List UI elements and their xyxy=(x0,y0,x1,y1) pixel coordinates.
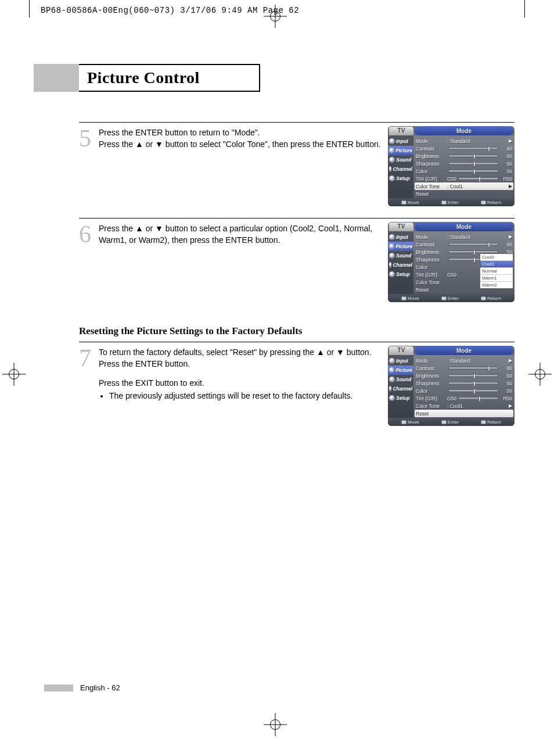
osd-slider xyxy=(448,162,498,165)
updown-icon xyxy=(401,420,406,424)
osd-row-label: Color xyxy=(416,388,447,394)
osd-sidebar-icon xyxy=(389,157,395,163)
osd-sidebar-icon xyxy=(389,253,395,259)
step-number: 5 xyxy=(79,126,99,206)
updown-icon xyxy=(401,200,406,205)
osd-header: TV Mode xyxy=(388,126,515,135)
page-footer: English - 62 xyxy=(44,683,120,692)
osd-menu-row: Mode : Standard ▶ xyxy=(416,233,512,241)
osd-dropdown-option: Cool1 xyxy=(480,261,513,268)
osd-header: TV Mode xyxy=(388,346,515,355)
osd-row-value: : Cool1 xyxy=(447,403,463,409)
return-icon xyxy=(481,296,486,300)
osd-sidebar-label: Setup xyxy=(396,395,410,401)
osd-title: Mode xyxy=(415,223,513,231)
osd-footer-hints: Move Enter Return xyxy=(388,418,515,426)
osd-row-value: : Standard xyxy=(447,358,470,364)
osd-row-value: 50 xyxy=(499,381,512,386)
osd-tv-tab: TV xyxy=(389,127,413,135)
osd-menu-row: Contrast 80 xyxy=(416,241,512,248)
osd-sidebar: InputPictureSoundChannelSetup xyxy=(388,231,413,294)
osd-sidebar-icon xyxy=(389,367,394,373)
osd-sidebar-label: Channel xyxy=(393,262,412,268)
osd-row-label: Contrast xyxy=(416,146,447,152)
osd-row-label: Color Tone xyxy=(416,403,447,409)
osd-title: Mode xyxy=(415,346,513,355)
osd-slider xyxy=(448,382,498,385)
arrow-right-icon: ▶ xyxy=(509,234,512,239)
osd-row-value: 50 xyxy=(499,388,512,394)
step-6: 6 Press the ▲ or ▼ button to select a pa… xyxy=(79,218,515,302)
osd-sidebar-item: Setup xyxy=(388,174,413,183)
step-text-para-1: To return the factory defaults, select "… xyxy=(99,347,382,370)
osd-row-value: : Standard xyxy=(447,234,470,240)
osd-menu-row: Color 50 xyxy=(416,387,512,395)
osd-sidebar-label: Setup xyxy=(396,271,410,277)
osd-row-value: : Cool1 xyxy=(447,184,463,189)
osd-main-panel: Mode : Standard ▶ Contrast 80 Brightness… xyxy=(413,135,515,198)
osd-row-label: Reset xyxy=(416,287,447,293)
arrow-right-icon: ▶ xyxy=(509,403,512,409)
osd-menu-row: Mode : Standard ▶ xyxy=(416,357,512,364)
osd-slider xyxy=(458,397,498,400)
updown-icon xyxy=(401,296,406,300)
osd-sidebar-label: Input xyxy=(396,138,408,144)
osd-footer-hints: Move Enter Return xyxy=(388,198,515,206)
osd-sidebar-label: Sound xyxy=(396,377,411,382)
osd-screenshot-5: TV Mode InputPictureSoundChannelSetup Mo… xyxy=(388,126,515,206)
osd-menu-row: Contrast 80 xyxy=(416,364,512,372)
osd-row-label: Mode xyxy=(416,358,447,364)
osd-sidebar: InputPictureSoundChannelSetup xyxy=(388,355,413,418)
osd-screenshot-6: TV Mode InputPictureSoundChannelSetup Mo… xyxy=(388,222,515,302)
crop-mark xyxy=(29,0,30,17)
osd-sidebar-item: Picture xyxy=(388,366,413,375)
osd-menu-row: Brightness 50 xyxy=(416,152,512,160)
osd-row-label: Brightness xyxy=(416,153,447,159)
osd-sidebar-label: Channel xyxy=(393,386,412,392)
step-number: 6 xyxy=(79,222,99,302)
osd-sidebar-label: Channel xyxy=(393,166,412,172)
enter-icon xyxy=(441,420,447,424)
osd-main-panel: Mode : Standard ▶ Contrast 80 Brightness… xyxy=(413,231,515,294)
osd-sidebar-item: Picture xyxy=(388,146,413,155)
osd-menu-row: Reset xyxy=(416,190,512,198)
osd-menu-row: Contrast 80 xyxy=(416,145,512,152)
osd-menu-row: Color 50 xyxy=(416,167,512,175)
registration-mark-icon xyxy=(532,366,548,382)
page-number: English - 62 xyxy=(80,683,120,692)
osd-row-value: : Standard xyxy=(447,138,470,144)
osd-dropdown-option: Cool2 xyxy=(480,254,513,261)
osd-sidebar-icon xyxy=(389,395,395,401)
step-text: Press the ▲ or ▼ button to select a part… xyxy=(99,222,388,302)
step-7: 7 To return the factory defaults, select… xyxy=(79,342,515,426)
osd-menu-row: Reset xyxy=(415,410,513,417)
osd-row-label: Tint (G/R) xyxy=(416,176,447,182)
osd-row-label: Color Tone xyxy=(416,280,447,285)
osd-row-label: Reset xyxy=(416,411,447,417)
osd-slider xyxy=(458,177,498,180)
osd-slider xyxy=(448,243,498,246)
osd-hint-enter: Enter xyxy=(441,296,459,301)
osd-menu-row: Sharpness 50 xyxy=(416,160,512,167)
osd-sidebar-item: Channel xyxy=(388,260,413,270)
osd-hint-return: Return xyxy=(481,200,501,205)
osd-hint-move: Move xyxy=(401,200,419,205)
osd-sidebar-label: Setup xyxy=(396,175,410,181)
osd-row-label: Mode xyxy=(416,138,447,144)
osd-row-label: Mode xyxy=(416,234,447,240)
osd-row-value: 80 xyxy=(499,242,512,248)
title-decoration xyxy=(34,64,79,92)
osd-row-value: 50 xyxy=(499,169,512,174)
step-bullet: The previously adjusted settings will be… xyxy=(109,390,382,402)
osd-sidebar-label: Sound xyxy=(396,253,411,259)
osd-sidebar-icon xyxy=(389,138,395,144)
step-text: Press the ENTER button to return to "Mod… xyxy=(99,126,388,206)
step-number: 7 xyxy=(79,346,99,426)
step-text: To return the factory defaults, select "… xyxy=(99,346,388,426)
osd-sidebar-icon xyxy=(389,262,391,268)
osd-row-label: Contrast xyxy=(416,366,447,371)
osd-sidebar-icon xyxy=(389,377,395,382)
osd-slider xyxy=(448,170,498,173)
osd-menu-row: Color Tone : Cool1 ▶ xyxy=(416,402,512,410)
osd-row-prefix: G50 xyxy=(447,272,456,278)
